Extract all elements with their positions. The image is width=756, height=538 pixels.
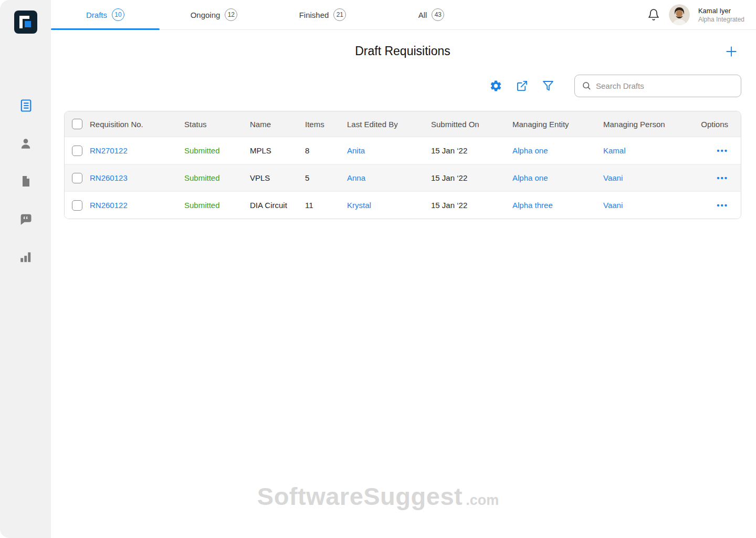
requisition-no-link[interactable]: RN260122 (90, 201, 184, 210)
row-checkbox[interactable] (72, 200, 82, 211)
submitted-on: 15 Jan ‘22 (431, 201, 512, 210)
watermark-suffix: .com (466, 492, 499, 509)
requisition-name: MPLS (250, 146, 305, 155)
last-edited-by-link[interactable]: Krystal (347, 201, 431, 210)
select-all-checkbox[interactable] (72, 119, 82, 129)
col-header-submitted-on: Submitted On (431, 120, 512, 129)
user-meta: Kamal Iyer Alpha Integrated (698, 7, 744, 23)
app-window: Drafts 10 Ongoing 12 Finished 21 All 43 (0, 0, 756, 538)
table-row: RN260122 Submitted DIA Circuit 11 Krysta… (65, 191, 741, 219)
table-header-row: Requisition No. Status Name Items Last E… (65, 111, 741, 137)
search-box[interactable] (574, 75, 741, 97)
last-edited-by-link[interactable]: Anna (347, 173, 431, 182)
watermark-main: SoftwareSuggest (257, 482, 463, 511)
row-checkbox[interactable] (72, 146, 82, 156)
managing-entity-link[interactable]: Alpha three (512, 201, 603, 210)
search-icon (582, 81, 591, 90)
col-header-status: Status (184, 120, 250, 129)
items-count: 5 (305, 173, 347, 182)
document-icon (19, 174, 32, 188)
submitted-on: 15 Jan ‘22 (431, 173, 512, 182)
avatar-image (669, 4, 690, 25)
col-header-managing-entity: Managing Entity (512, 120, 603, 129)
user-company: Alpha Integrated (698, 16, 744, 23)
row-checkbox[interactable] (72, 173, 82, 183)
toolbar (64, 74, 741, 97)
managing-person-link[interactable]: Kamal (603, 146, 699, 155)
requisition-name: VPLS (250, 173, 305, 182)
content: Draft Requisitions (51, 30, 756, 219)
topbar-right: Kamal Iyer Alpha Integrated (647, 0, 744, 29)
sidebar-item-contacts[interactable] (18, 136, 34, 151)
col-header-items: Items (305, 120, 347, 129)
tab-count-badge: 12 (225, 8, 237, 21)
sidebar-nav (18, 98, 34, 265)
managing-person-link[interactable]: Vaani (603, 201, 699, 210)
user-avatar[interactable] (669, 4, 690, 25)
bell-icon (647, 8, 660, 21)
col-header-options: Options (699, 120, 741, 129)
managing-entity-link[interactable]: Alpha one (512, 173, 603, 182)
tab-count-badge: 43 (432, 8, 444, 21)
tab-count-badge: 10 (112, 8, 124, 21)
status-badge: Submitted (184, 146, 250, 155)
status-badge: Submitted (184, 173, 250, 182)
row-options-icon[interactable]: ••• (699, 146, 741, 155)
table-row: RN270122 Submitted MPLS 8 Anita 15 Jan ‘… (65, 137, 741, 164)
tab-label: Drafts (86, 11, 107, 19)
title-row: Draft Requisitions (64, 30, 741, 72)
chat-quote-icon (18, 212, 33, 226)
requisitions-table: Requisition No. Status Name Items Last E… (64, 111, 741, 219)
add-requisition-button[interactable] (724, 45, 738, 58)
sidebar-item-requisitions[interactable] (18, 98, 34, 113)
page-title: Draft Requisitions (355, 44, 450, 58)
col-header-managing-person: Managing Person (603, 120, 699, 129)
requisition-no-link[interactable]: RN270122 (90, 146, 184, 155)
submitted-on: 15 Jan ‘22 (431, 146, 512, 155)
col-header-last-edited-by: Last Edited By (347, 120, 431, 129)
managing-entity-link[interactable]: Alpha one (512, 146, 603, 155)
app-logo[interactable] (14, 11, 37, 34)
settings-button[interactable] (489, 79, 502, 92)
watermark: SoftwareSuggest .com (51, 482, 705, 511)
topbar: Drafts 10 Ongoing 12 Finished 21 All 43 (51, 0, 756, 30)
status-badge: Submitted (184, 201, 250, 210)
plus-icon (724, 45, 738, 58)
items-count: 8 (305, 146, 347, 155)
logo-icon (14, 11, 37, 34)
tab-count-badge: 21 (333, 8, 346, 21)
requisition-name: DIA Circuit (250, 201, 305, 210)
row-options-icon[interactable]: ••• (699, 201, 741, 210)
requisition-no-link[interactable]: RN260123 (90, 173, 184, 182)
notifications-button[interactable] (647, 8, 660, 22)
tab-finished[interactable]: Finished 21 (268, 0, 377, 29)
sidebar-item-reports[interactable] (18, 249, 34, 265)
col-header-name: Name (250, 120, 305, 129)
user-name: Kamal Iyer (698, 7, 744, 15)
items-count: 11 (305, 201, 347, 210)
tab-label: All (418, 11, 427, 19)
external-link-icon (516, 80, 528, 92)
tab-ongoing[interactable]: Ongoing 12 (160, 0, 268, 29)
tab-label: Ongoing (191, 11, 220, 19)
filter-button[interactable] (541, 79, 555, 92)
tab-drafts[interactable]: Drafts 10 (51, 0, 160, 29)
sidebar-item-feedback[interactable] (18, 211, 34, 227)
sidebar-item-documents[interactable] (18, 173, 34, 189)
search-input[interactable] (596, 81, 734, 90)
filter-icon (542, 79, 554, 92)
tab-bar: Drafts 10 Ongoing 12 Finished 21 All 43 (51, 0, 486, 29)
notebook-icon (18, 98, 33, 113)
col-header-requisition-no: Requisition No. (90, 120, 184, 129)
managing-person-link[interactable]: Vaani (603, 173, 699, 182)
row-options-icon[interactable]: ••• (699, 173, 741, 182)
bar-chart-icon (19, 250, 33, 264)
tab-label: Finished (299, 11, 329, 19)
gear-icon (489, 79, 502, 92)
person-icon (19, 137, 33, 150)
export-button[interactable] (515, 79, 529, 92)
main-area: Drafts 10 Ongoing 12 Finished 21 All 43 (51, 0, 756, 538)
tab-all[interactable]: All 43 (377, 0, 486, 29)
last-edited-by-link[interactable]: Anita (347, 146, 431, 155)
table-row: RN260123 Submitted VPLS 5 Anna 15 Jan ‘2… (65, 164, 741, 191)
